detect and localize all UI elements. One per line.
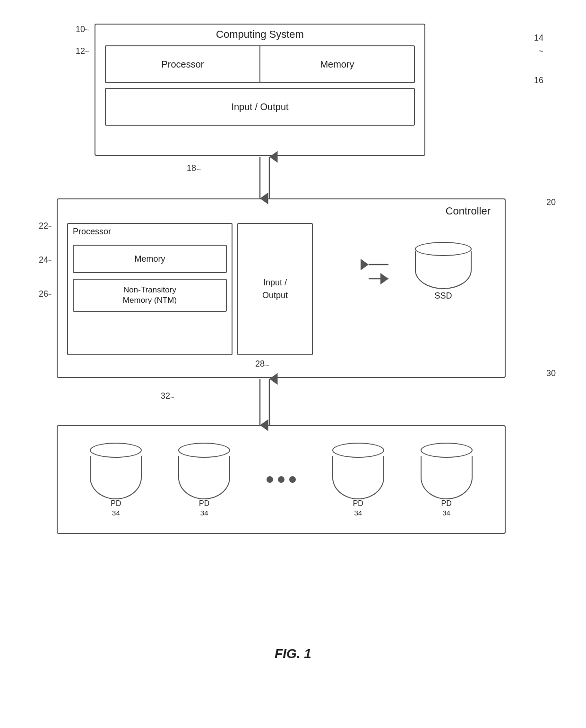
squiggle-12: ~	[84, 46, 89, 57]
pd-num-4: 34	[442, 509, 450, 517]
pd-cyl-body-1	[90, 456, 142, 499]
pd-cyl-top-2	[178, 443, 230, 458]
ssd-cylinder	[415, 242, 472, 289]
pd-cyl-shape-4	[421, 443, 473, 499]
ref-16: 16	[534, 76, 543, 86]
ellipsis-dots	[267, 476, 296, 483]
controller-box: Controller Processor Memory Non-Transito…	[57, 198, 506, 378]
pd-cyl-body-3	[332, 456, 384, 499]
ssd-cylinder-body	[415, 251, 472, 289]
dot-1	[267, 476, 273, 483]
pd-cyl-shape-3	[332, 443, 384, 499]
ref-14: 14	[534, 33, 543, 43]
ntm-label: Non-TransitoryMemory (NTM)	[123, 285, 177, 306]
squiggle-14: ~	[538, 46, 543, 56]
squiggle-10: ~	[84, 25, 89, 35]
ref-30: 30	[546, 368, 556, 378]
pd-label-3: PD	[353, 499, 363, 508]
pd-num-2: 34	[200, 509, 208, 517]
pd-cylinder-1: PD 34	[90, 443, 142, 517]
pd-label-2: PD	[199, 499, 209, 508]
pd-array-box: PD 34 PD 34 PD 34	[57, 425, 506, 534]
inner-memory-box: Memory	[73, 245, 227, 273]
squiggle-28: ~	[264, 360, 269, 371]
pd-cyl-top-3	[332, 443, 384, 458]
inner-processor-group: Processor Memory Non-TransitoryMemory (N…	[67, 223, 233, 355]
pd-num-3: 34	[354, 509, 362, 517]
controller-title: Controller	[446, 205, 491, 217]
pd-cyl-top-4	[421, 443, 473, 458]
ssd-cylinder-top	[415, 242, 472, 256]
pd-cyl-body-4	[421, 456, 473, 499]
inner-ntm-box: Non-TransitoryMemory (NTM)	[73, 279, 227, 312]
squiggle-18: ~	[196, 164, 202, 175]
ssd-container: SSD	[410, 242, 476, 308]
squiggle-22: ~	[46, 221, 52, 232]
squiggle-26: ~	[46, 289, 52, 300]
figure-caption: FIG. 1	[28, 646, 558, 661]
pd-label-1: PD	[111, 499, 121, 508]
pd-num-1: 34	[112, 509, 120, 517]
ref-18: 18	[187, 163, 196, 173]
ssd-label: SSD	[434, 291, 452, 301]
inner-processor-label: Processor	[68, 224, 232, 240]
io-box-top: Input / Output	[105, 88, 415, 126]
pd-cyl-shape-2	[178, 443, 230, 499]
pd-cylinder-2: PD 34	[178, 443, 230, 517]
computing-system-box: Computing System Processor Memory Input …	[95, 24, 425, 156]
pd-cyl-shape-1	[90, 443, 142, 499]
processor-box-top: Processor	[106, 46, 260, 82]
pd-cylinder-3: PD 34	[332, 443, 384, 517]
pd-cyl-top-1	[90, 443, 142, 458]
memory-box-top: Memory	[260, 46, 414, 82]
pd-cylinder-4: PD 34	[421, 443, 473, 517]
pd-label-4: PD	[441, 499, 451, 508]
inner-row1: Processor Memory	[105, 45, 415, 83]
diagram: Computing System Processor Memory Input …	[28, 14, 558, 676]
io-inner-box: Input /Output	[237, 223, 313, 355]
squiggle-24: ~	[46, 255, 52, 266]
squiggle-32: ~	[169, 392, 175, 403]
pd-cyl-body-2	[178, 456, 230, 499]
computing-system-title: Computing System	[95, 25, 424, 43]
dot-2	[278, 476, 284, 483]
io-inner-label: Input /Output	[262, 276, 288, 302]
ref-20: 20	[546, 197, 556, 207]
dot-3	[289, 476, 296, 483]
